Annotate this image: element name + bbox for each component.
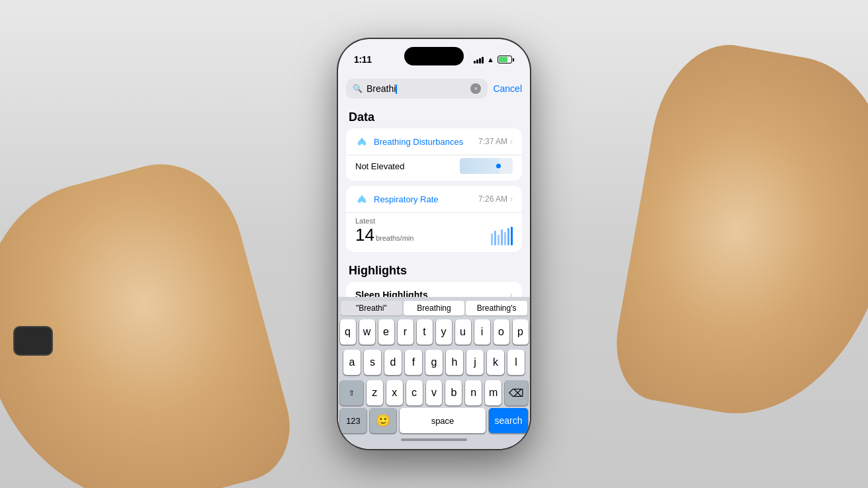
key-l[interactable]: l <box>507 350 525 375</box>
signal-icon <box>474 56 484 63</box>
search-key[interactable]: search <box>489 408 528 433</box>
respiratory-icon <box>356 193 368 205</box>
key-o[interactable]: o <box>494 319 509 345</box>
chevron-icon-respiratory: › <box>510 194 513 204</box>
breathing-disturbances-card[interactable]: Breathing Disturbances 7:37 AM › Not Ele… <box>346 128 522 181</box>
key-t[interactable]: t <box>417 319 433 345</box>
space-key[interactable]: space <box>400 408 486 433</box>
battery-tip <box>513 58 514 61</box>
search-icon: 🔍 <box>353 84 363 93</box>
cancel-button[interactable]: Cancel <box>493 83 522 94</box>
key-g[interactable]: g <box>425 350 443 375</box>
home-indicator <box>340 433 528 446</box>
signal-bar-1 <box>474 61 476 63</box>
suggestions-row: "Breathi" Breathing Breathing's <box>340 301 528 319</box>
latest-label: Latest <box>355 217 513 225</box>
chart-bar-7 <box>511 227 513 245</box>
breathing-disturbances-time: 7:37 AM <box>478 137 507 146</box>
respiratory-unit: breaths/min <box>376 234 413 242</box>
text-cursor <box>396 85 397 94</box>
key-c[interactable]: c <box>406 380 423 405</box>
battery-icon <box>498 56 514 63</box>
respiratory-chart <box>491 224 513 245</box>
clear-icon: × <box>474 85 478 92</box>
key-z[interactable]: z <box>367 380 383 405</box>
watch <box>13 326 53 356</box>
search-input-text[interactable]: Breathi <box>367 83 466 94</box>
key-h[interactable]: h <box>446 350 463 375</box>
signal-bar-4 <box>482 57 484 63</box>
chart-bar-2 <box>494 231 496 245</box>
signal-bar-3 <box>479 58 481 63</box>
key-k[interactable]: k <box>487 350 504 375</box>
battery-fill <box>499 57 507 62</box>
home-bar <box>401 438 467 441</box>
not-elevated-section: Not Elevated <box>346 155 522 181</box>
key-b[interactable]: b <box>445 380 462 405</box>
key-m[interactable]: m <box>485 380 501 405</box>
phone-screen: 1:11 ▲ <box>338 39 530 449</box>
phone: 1:11 ▲ <box>338 39 530 449</box>
battery-body <box>498 56 512 63</box>
clear-button[interactable]: × <box>470 83 481 94</box>
keyboard-bottom-row: 123 🙂 space search <box>340 408 528 433</box>
delete-key[interactable]: ⌫ <box>505 380 528 405</box>
chart-bar-1 <box>491 233 493 245</box>
key-e[interactable]: e <box>378 319 394 345</box>
respiratory-latest-row: Latest 14 breaths/min <box>346 213 522 252</box>
chevron-icon-breathing: › <box>510 137 513 146</box>
search-container: 🔍 Breathi × Cancel <box>338 73 530 104</box>
breathing-disturbances-title: Breathing Disturbances <box>374 137 478 147</box>
respiratory-value: 14 <box>355 225 374 245</box>
keyboard-row-3: ⇧ z x c v b n m ⌫ <box>340 380 528 405</box>
num-key[interactable]: 123 <box>340 408 367 433</box>
key-u[interactable]: u <box>455 319 471 345</box>
chart-bar-5 <box>504 232 506 245</box>
key-n[interactable]: n <box>465 380 482 405</box>
key-rows: q w e r t y u i o p a s d f g <box>340 319 528 405</box>
respiratory-rate-card[interactable]: Respiratory Rate 7:26 AM › Latest 14 bre… <box>346 186 522 252</box>
data-section-header: Data <box>338 104 530 128</box>
highlights-section-header: Highlights <box>338 257 530 282</box>
key-q[interactable]: q <box>340 319 356 345</box>
respiratory-rate-time: 7:26 AM <box>478 194 507 204</box>
keyboard-row-1: q w e r t y u i o p <box>340 319 528 345</box>
key-x[interactable]: x <box>386 380 403 405</box>
emoji-key[interactable]: 🙂 <box>370 408 396 433</box>
chart-bar-3 <box>498 235 499 245</box>
health-icon-breathing <box>355 135 369 148</box>
respiratory-rate-title: Respiratory Rate <box>374 194 478 204</box>
key-a[interactable]: a <box>343 350 361 375</box>
key-w[interactable]: w <box>359 319 375 345</box>
key-f[interactable]: f <box>405 350 422 375</box>
respiratory-rate-row[interactable]: Respiratory Rate 7:26 AM › <box>346 186 522 213</box>
keyboard: "Breathi" Breathing Breathing's q w e r … <box>338 297 530 449</box>
breathing-disturbances-row[interactable]: Breathing Disturbances 7:37 AM › <box>346 128 522 155</box>
suggestion-quoted[interactable]: "Breathi" <box>341 301 402 315</box>
not-elevated-label: Not Elevated <box>355 161 455 171</box>
search-query-text: Breathi <box>367 83 396 94</box>
key-p[interactable]: p <box>513 319 529 345</box>
chart-bar-6 <box>507 228 509 245</box>
dynamic-island <box>404 47 464 65</box>
chart-bar-4 <box>501 229 503 245</box>
keyboard-row-2: a s d f g h j k l <box>340 350 528 375</box>
key-d[interactable]: d <box>384 350 402 375</box>
key-i[interactable]: i <box>474 319 490 345</box>
health-icon-respiratory <box>355 192 369 206</box>
key-s[interactable]: s <box>364 350 381 375</box>
suggestion-breathings[interactable]: Breathing's <box>466 301 527 315</box>
status-icons: ▲ <box>474 56 514 63</box>
suggestion-breathing[interactable]: Breathing <box>404 301 465 315</box>
key-r[interactable]: r <box>398 319 413 345</box>
key-v[interactable]: v <box>426 380 443 405</box>
wifi-icon: ▲ <box>487 56 494 63</box>
search-bar[interactable]: 🔍 Breathi × <box>346 79 488 99</box>
status-time: 1:11 <box>354 54 372 65</box>
lungs-icon <box>356 136 368 147</box>
signal-bar-2 <box>476 60 478 63</box>
shift-key[interactable]: ⇧ <box>340 380 363 405</box>
key-y[interactable]: y <box>436 319 452 345</box>
key-j[interactable]: j <box>466 350 484 375</box>
